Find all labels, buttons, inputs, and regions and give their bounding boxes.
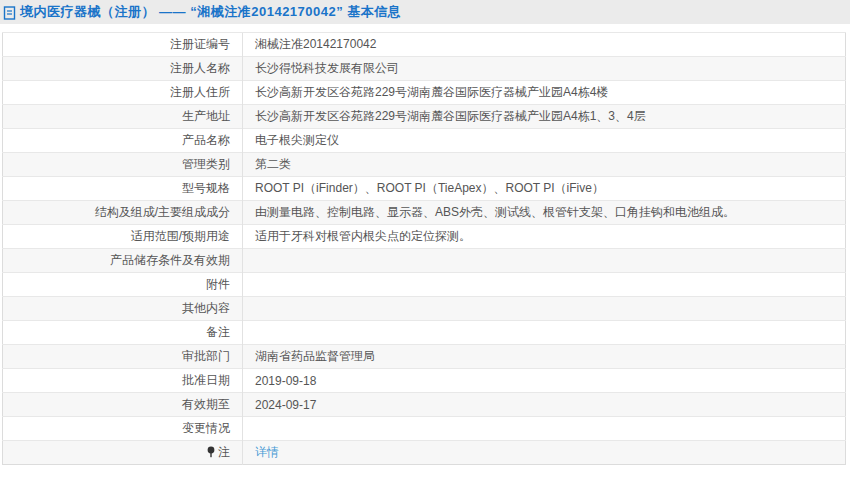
row-label: 备注 — [3, 321, 243, 345]
table-row: 批准日期 2019-09-18 — [3, 369, 846, 393]
table-row: 管理类别 第二类 — [3, 153, 846, 177]
row-value — [243, 273, 846, 297]
row-value: 由测量电路、控制电路、显示器、ABS外壳、测试线、根管针支架、口角挂钩和电池组成… — [243, 201, 846, 225]
details-link[interactable]: 详情 — [255, 445, 279, 459]
table-row: 适用范围/预期用途 适用于牙科对根管内根尖点的定位探测。 — [3, 225, 846, 249]
info-table: 注册证编号 湘械注准20142170042 注册人名称 长沙得悦科技发展有限公司… — [2, 32, 846, 465]
row-value: 电子根尖测定仪 — [243, 129, 846, 153]
table-row: 其他内容 — [3, 297, 846, 321]
row-label: 管理类别 — [3, 153, 243, 177]
row-label: 产品名称 — [3, 129, 243, 153]
row-value: 长沙高新开发区谷苑路229号湖南麓谷国际医疗器械产业园A4栋1、3、4层 — [243, 105, 846, 129]
table-row: 注 详情 — [3, 441, 846, 465]
page-title: 境内医疗器械（注册） —— “湘械注准20142170042” 基本信息 — [20, 3, 401, 21]
row-label: 审批部门 — [3, 345, 243, 369]
document-icon — [3, 6, 16, 20]
row-label: 变更情况 — [3, 417, 243, 441]
row-label: 注册证编号 — [3, 33, 243, 57]
row-label: 有效期至 — [3, 393, 243, 417]
row-value: ROOT PI（iFinder）、ROOT PI（TieApex）、ROOT P… — [243, 177, 846, 201]
row-value: 长沙高新开发区谷苑路229号湖南麓谷国际医疗器械产业园A4栋4楼 — [243, 81, 846, 105]
row-value: 2019-09-18 — [243, 369, 846, 393]
table-row: 产品名称 电子根尖测定仪 — [3, 129, 846, 153]
row-label: 适用范围/预期用途 — [3, 225, 243, 249]
row-value — [243, 321, 846, 345]
row-value: 湖南省药品监督管理局 — [243, 345, 846, 369]
row-label: 注册人名称 — [3, 57, 243, 81]
table-row: 附件 — [3, 273, 846, 297]
pin-icon — [206, 446, 216, 461]
table-row: 备注 — [3, 321, 846, 345]
row-value — [243, 297, 846, 321]
row-label: 型号规格 — [3, 177, 243, 201]
table-row: 生产地址 长沙高新开发区谷苑路229号湖南麓谷国际医疗器械产业园A4栋1、3、4… — [3, 105, 846, 129]
row-label: 附件 — [3, 273, 243, 297]
row-label: 其他内容 — [3, 297, 243, 321]
row-label: 产品储存条件及有效期 — [3, 249, 243, 273]
table-row: 注册人住所 长沙高新开发区谷苑路229号湖南麓谷国际医疗器械产业园A4栋4楼 — [3, 81, 846, 105]
header-bar: 境内医疗器械（注册） —— “湘械注准20142170042” 基本信息 — [0, 0, 850, 24]
table-row: 有效期至 2024-09-17 — [3, 393, 846, 417]
table-row: 注册人名称 长沙得悦科技发展有限公司 — [3, 57, 846, 81]
row-value: 适用于牙科对根管内根尖点的定位探测。 — [243, 225, 846, 249]
row-value: 第二类 — [243, 153, 846, 177]
row-label: 结构及组成/主要组成成分 — [3, 201, 243, 225]
table-row: 结构及组成/主要组成成分 由测量电路、控制电路、显示器、ABS外壳、测试线、根管… — [3, 201, 846, 225]
row-value: 长沙得悦科技发展有限公司 — [243, 57, 846, 81]
row-value: 湘械注准20142170042 — [243, 33, 846, 57]
row-value — [243, 417, 846, 441]
row-label: 生产地址 — [3, 105, 243, 129]
row-label: 批准日期 — [3, 369, 243, 393]
table-row: 型号规格 ROOT PI（iFinder）、ROOT PI（TieApex）、R… — [3, 177, 846, 201]
table-row: 变更情况 — [3, 417, 846, 441]
row-label: 注册人住所 — [3, 81, 243, 105]
row-value: 2024-09-17 — [243, 393, 846, 417]
table-row: 产品储存条件及有效期 — [3, 249, 846, 273]
row-value: 详情 — [243, 441, 846, 465]
table-row: 注册证编号 湘械注准20142170042 — [3, 33, 846, 57]
row-value — [243, 249, 846, 273]
page: 境内医疗器械（注册） —— “湘械注准20142170042” 基本信息 注册证… — [0, 0, 850, 481]
table-row: 审批部门 湖南省药品监督管理局 — [3, 345, 846, 369]
row-label: 注 — [3, 441, 243, 465]
row-label-text: 注 — [218, 445, 230, 459]
